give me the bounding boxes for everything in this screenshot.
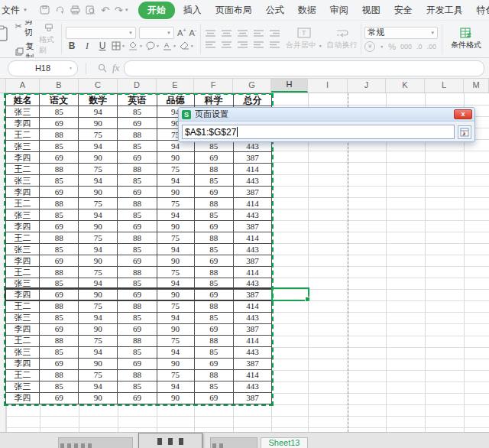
cell-A25[interactable]: 王二	[6, 369, 40, 381]
cell-D8[interactable]: 85	[118, 175, 157, 187]
save-icon[interactable]	[40, 5, 50, 15]
cell-C21[interactable]: 90	[79, 323, 118, 335]
cell-G17[interactable]: 443	[233, 278, 271, 290]
cell-D26[interactable]: 85	[118, 381, 157, 392]
cell-B23[interactable]: 85	[40, 346, 79, 358]
cell-D20[interactable]: 85	[118, 312, 157, 323]
ribbon-tab-8[interactable]: 开发工具	[421, 2, 468, 19]
cell-D18[interactable]: 69	[118, 289, 157, 300]
cell-E15[interactable]: 90	[157, 255, 194, 267]
increase-decimal-button[interactable]: .0	[416, 43, 423, 50]
cell-A1[interactable]: 姓名	[6, 94, 40, 106]
cell-C17[interactable]: 94	[79, 278, 118, 290]
increase-indent-icon[interactable]	[269, 29, 280, 37]
select-all-stub[interactable]	[0, 79, 6, 93]
cell-C5[interactable]: 94	[79, 141, 118, 152]
decrease-font-icon[interactable]: A-	[189, 28, 196, 37]
column-header-I[interactable]: I	[308, 79, 348, 93]
ribbon-tab-4[interactable]: 数据	[293, 2, 322, 19]
cell-A16[interactable]: 王二	[6, 267, 40, 278]
cell-F23[interactable]: 85	[194, 346, 233, 358]
cell-D24[interactable]: 69	[118, 358, 157, 369]
cell-C16[interactable]: 75	[79, 267, 118, 278]
cell-E9[interactable]: 90	[157, 187, 194, 198]
borders-button[interactable]: ▼	[112, 41, 125, 50]
cell-F27[interactable]: 69	[194, 392, 233, 404]
cell-C9[interactable]: 90	[79, 187, 118, 198]
cell-A3[interactable]: 李四	[6, 118, 40, 129]
cell-G20[interactable]: 443	[233, 312, 271, 323]
cell-E26[interactable]: 94	[157, 381, 194, 392]
cell-A12[interactable]: 李四	[6, 221, 40, 232]
cell-F8[interactable]: 85	[194, 175, 233, 187]
cell-C27[interactable]: 90	[79, 392, 118, 404]
cell-C4[interactable]: 75	[79, 129, 118, 141]
column-header-D[interactable]: D	[118, 79, 157, 93]
number-format-select[interactable]: 常规 ▼	[364, 27, 438, 39]
cell-E22[interactable]: 75	[157, 335, 194, 346]
cell-C10[interactable]: 75	[79, 198, 118, 209]
cell-G16[interactable]: 414	[233, 267, 271, 278]
cell-C19[interactable]: 75	[79, 300, 118, 312]
cell-F26[interactable]: 85	[194, 381, 233, 392]
cell-F11[interactable]: 85	[194, 209, 233, 221]
cell-B17[interactable]: 85	[40, 278, 79, 290]
cell-A26[interactable]: 张三	[6, 381, 40, 392]
cell-C7[interactable]: 75	[79, 164, 118, 175]
cell-A13[interactable]: 王二	[6, 232, 40, 244]
column-header-L[interactable]: L	[425, 79, 464, 93]
cell-A11[interactable]: 张三	[6, 209, 40, 221]
cell-B2[interactable]: 85	[40, 106, 79, 118]
cell-E6[interactable]: 90	[157, 152, 194, 164]
underline-button[interactable]: U	[96, 41, 108, 51]
fill-handle[interactable]	[305, 297, 310, 302]
cell-C14[interactable]: 94	[79, 244, 118, 255]
cell-D1[interactable]: 英语	[118, 94, 157, 106]
cell-A10[interactable]: 王二	[6, 198, 40, 209]
thousands-button[interactable]: 000	[400, 43, 412, 50]
cell-A2[interactable]: 张三	[6, 106, 40, 118]
cell-F10[interactable]: 88	[194, 198, 233, 209]
cell-A19[interactable]: 王二	[6, 300, 40, 312]
ribbon-tab-2[interactable]: 页面布局	[210, 2, 257, 19]
cell-E13[interactable]: 75	[157, 232, 194, 244]
spreadsheet-grid[interactable]: 姓名语文数学英语品德科学总分张三8594859485443李四699069906…	[0, 93, 489, 432]
sheet-tab[interactable]	[58, 437, 133, 448]
cell-G10[interactable]: 414	[233, 198, 271, 209]
insert-function-button[interactable]: fx	[112, 62, 119, 74]
align-middle-icon[interactable]	[221, 29, 232, 37]
cell-G9[interactable]: 387	[233, 187, 271, 198]
cell-G24[interactable]: 387	[233, 358, 271, 369]
wrap-text-button[interactable]: 自动换行	[325, 21, 360, 57]
cell-G7[interactable]: 414	[233, 164, 271, 175]
distribute-icon[interactable]	[269, 41, 280, 49]
cell-E25[interactable]: 75	[157, 369, 194, 381]
column-header-F[interactable]: F	[194, 79, 233, 93]
cell-A18[interactable]: 李四	[6, 289, 40, 300]
cell-G19[interactable]: 414	[233, 300, 271, 312]
cell-A14[interactable]: 张三	[6, 244, 40, 255]
cell-E17[interactable]: 94	[157, 278, 194, 290]
cell-E27[interactable]: 90	[157, 392, 194, 404]
cell-D9[interactable]: 69	[118, 187, 157, 198]
ribbon-tab-7[interactable]: 安全	[389, 2, 418, 19]
cell-B6[interactable]: 69	[40, 152, 79, 164]
italic-button[interactable]: I	[81, 41, 93, 52]
cell-D13[interactable]: 88	[118, 232, 157, 244]
cell-F16[interactable]: 88	[194, 267, 233, 278]
cell-A20[interactable]: 张三	[6, 312, 40, 323]
dialog-title-bar[interactable]: S 页面设置 x	[179, 108, 474, 122]
cell-C2[interactable]: 94	[79, 106, 118, 118]
cell-B18[interactable]: 69	[40, 289, 79, 300]
cell-B20[interactable]: 85	[40, 312, 79, 323]
cell-F12[interactable]: 69	[194, 221, 233, 232]
cell-F9[interactable]: 69	[194, 187, 233, 198]
shape-fill-button[interactable]: ▼	[146, 41, 160, 50]
cell-F24[interactable]: 69	[194, 358, 233, 369]
cell-G21[interactable]: 387	[233, 323, 271, 335]
cell-D10[interactable]: 88	[118, 198, 157, 209]
cell-F17[interactable]: 85	[194, 278, 233, 290]
cell-D19[interactable]: 88	[118, 300, 157, 312]
cell-D14[interactable]: 85	[118, 244, 157, 255]
cell-A22[interactable]: 王二	[6, 335, 40, 346]
